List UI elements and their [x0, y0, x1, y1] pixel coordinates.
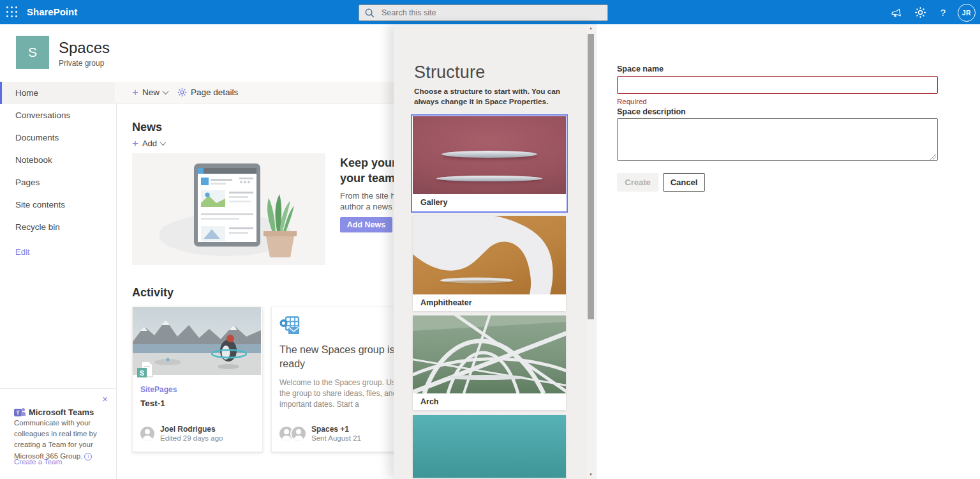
nav-item-conversations[interactable]: Conversations [0, 104, 115, 126]
card-body: the group to share ideas, files, and [279, 388, 399, 399]
card-title: The new Spaces group is [279, 343, 399, 357]
activity-card-group-welcome[interactable]: The new Spaces group is ready Welcome to… [271, 307, 402, 452]
chevron-down-icon [160, 139, 167, 146]
structure-option-label: Gallery [413, 194, 566, 211]
new-button[interactable]: + New [132, 82, 168, 102]
nav-item-documents[interactable]: Documents [0, 126, 115, 149]
teams-promo-card: × T Microsoft Teams Communicate with you… [0, 388, 115, 479]
arch-preview-image [413, 316, 566, 393]
svg-text:S: S [140, 369, 144, 377]
nav-item-notebook[interactable]: Notebook [0, 149, 115, 171]
scroll-down-icon[interactable]: ▼ [586, 471, 595, 479]
teams-promo-title: Microsoft Teams [29, 407, 94, 417]
nav-item-home[interactable]: Home [0, 82, 115, 104]
gallery-preview-image [413, 116, 566, 194]
page-details-gear-icon [177, 87, 187, 97]
news-promo-body: author a news [340, 202, 395, 211]
activity-meta: Sent August 21 [311, 434, 361, 443]
add-news-button[interactable]: Add News [340, 217, 392, 232]
chevron-down-icon [163, 88, 169, 95]
site-subtitle: Private group [59, 59, 104, 68]
app-title: SharePoint [27, 0, 77, 24]
selected-indicator [0, 82, 2, 104]
group-avatar [292, 427, 306, 441]
card-title: ready [279, 357, 399, 371]
page-title: Test-1 [140, 399, 165, 408]
space-description-label: Space description [617, 107, 686, 116]
panel-scrollbar[interactable]: ▲ ▼ [587, 24, 596, 479]
megaphone-icon[interactable] [887, 0, 904, 24]
amphitheater-preview-image [413, 216, 566, 294]
scroll-thumb[interactable] [588, 34, 594, 319]
settings-gear-icon[interactable] [912, 0, 928, 24]
news-promo-body: From the site h [340, 191, 395, 201]
structure-option-gallery[interactable]: Gallery [413, 116, 566, 211]
author-avatar [140, 427, 154, 441]
nav-item-pages[interactable]: Pages [0, 171, 115, 194]
structure-option-arch[interactable]: Arch [413, 316, 566, 410]
teal-preview-image [413, 415, 566, 478]
space-name-label: Space name [617, 65, 664, 73]
structure-description: Choose a structure to start with. You ca… [414, 86, 581, 107]
search-input[interactable] [380, 8, 602, 18]
app-launcher-waffle-icon[interactable] [5, 5, 19, 19]
card-body: important dates. Start a [279, 399, 399, 410]
sender-name: Spaces +1 [311, 425, 361, 434]
teams-promo-text: Communicate with your [14, 419, 91, 427]
site-title: Spaces [59, 39, 110, 57]
create-space-form: Space name Required Space description Cr… [597, 24, 980, 479]
create-button[interactable]: Create [617, 173, 658, 192]
sharepoint-page-icon: S [137, 361, 153, 383]
card-body: Welcome to the Spaces group. Use [279, 377, 399, 388]
structure-option-partial[interactable] [413, 415, 566, 478]
close-icon[interactable]: × [102, 394, 108, 404]
resize-handle-icon[interactable] [930, 154, 936, 160]
structure-option-amphitheater[interactable]: Amphitheater [413, 216, 566, 311]
page-toolbar: + New Page details [116, 82, 394, 103]
nav-item-site-contents[interactable]: Site contents [0, 194, 115, 216]
activity-card-sitepage[interactable]: S SitePages Test-1 Joel Rodrigues Edited… [132, 307, 263, 452]
page-details-button[interactable]: Page details [177, 82, 238, 102]
teams-promo-text: colleagues in real time by [14, 430, 97, 437]
structure-heading: Structure [414, 63, 485, 82]
structure-panel: Structure Choose a structure to start wi… [394, 24, 597, 479]
news-empty-illustration [132, 153, 325, 265]
outlook-group-icon [279, 316, 300, 338]
library-link[interactable]: SitePages [140, 385, 177, 394]
user-avatar[interactable]: JR [958, 4, 976, 22]
create-team-link[interactable]: Create a Team [14, 458, 62, 466]
space-description-textarea[interactable] [617, 118, 938, 161]
news-add-button[interactable]: + Add [132, 138, 165, 149]
cancel-button[interactable]: Cancel [663, 173, 705, 192]
search-icon [364, 8, 375, 19]
activity-meta: Edited 29 days ago [160, 434, 223, 443]
plus-icon: + [132, 138, 138, 149]
teams-icon: T [14, 407, 25, 418]
news-promo-title: Keep your t [340, 156, 395, 170]
help-icon[interactable]: ? [936, 0, 950, 24]
nav-edit-link[interactable]: Edit [0, 241, 115, 263]
left-navigation: Home Conversations Documents Notebook Pa… [0, 82, 117, 479]
news-heading: News [132, 121, 162, 134]
author-name: Joel Rodrigues [160, 425, 223, 434]
plus-icon: + [132, 87, 138, 98]
scroll-up-icon[interactable]: ▲ [586, 24, 595, 33]
news-promo-title: your team s [340, 172, 395, 185]
top-app-bar: SharePoint ? JR [0, 0, 980, 24]
structure-option-label: Arch [413, 393, 566, 410]
site-search[interactable] [359, 4, 608, 21]
required-error-text: Required [617, 98, 647, 105]
site-logo[interactable]: S [16, 36, 49, 69]
activity-heading: Activity [132, 286, 174, 300]
info-icon[interactable]: i [84, 453, 92, 460]
nav-item-recycle-bin[interactable]: Recycle bin [0, 216, 115, 238]
space-name-input[interactable] [617, 76, 938, 94]
teams-promo-text: creating a Team for your [14, 441, 93, 448]
structure-option-label: Amphitheater [413, 294, 566, 311]
